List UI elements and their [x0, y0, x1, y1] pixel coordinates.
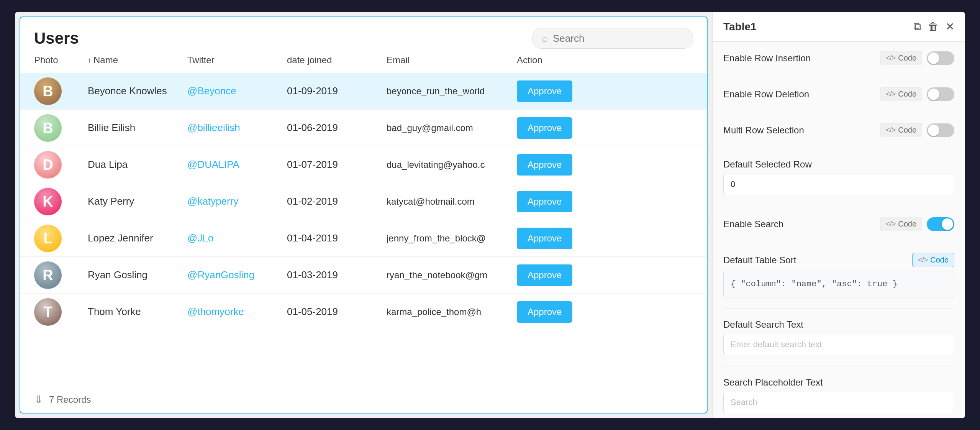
cell-date: 01-02-2019 [287, 195, 387, 207]
close-icon[interactable]: ✕ [946, 20, 954, 33]
trash-icon[interactable]: 🗑 [928, 20, 939, 33]
default-selected-row-label: Default Selected Row [723, 159, 954, 170]
divider-2 [723, 112, 954, 112]
code-label-4: Code [898, 220, 916, 228]
col-header-twitter: Twitter [187, 55, 287, 66]
search-icon: ⌕ [542, 32, 548, 44]
multi-row-selection-code-button[interactable]: </> Code [880, 123, 922, 137]
search-placeholder-text-section: Search Placeholder Text [723, 377, 954, 413]
toggle-knob-2 [928, 89, 939, 100]
default-selected-row-input[interactable] [723, 174, 954, 195]
approve-button[interactable]: Approve [517, 301, 572, 323]
default-search-text-label: Default Search Text [723, 319, 954, 330]
search-input[interactable] [553, 33, 683, 44]
divider-4 [723, 206, 954, 206]
code-label-3: Code [898, 126, 916, 135]
search-placeholder-text-input[interactable] [723, 392, 954, 413]
enable-row-insertion-toggle[interactable] [927, 51, 954, 65]
cell-twitter[interactable]: @JLo [187, 232, 287, 244]
enable-row-deletion-toggle[interactable] [927, 87, 954, 101]
download-icon[interactable]: ⇓ [34, 393, 43, 406]
divider-6 [723, 308, 954, 309]
cell-name: Billie Eilish [88, 122, 187, 134]
code-icon-4: </> [886, 220, 896, 228]
enable-search-row: Enable Search </> Code [723, 217, 954, 231]
table-row[interactable]: RRyan Gosling@RyanGosling01-03-2019ryan_… [20, 257, 707, 294]
cell-twitter[interactable]: @DUALIPA [187, 159, 287, 171]
approve-button[interactable]: Approve [517, 117, 572, 139]
code-icon-5: </> [918, 256, 928, 264]
cell-date: 01-05-2019 [287, 306, 387, 318]
default-table-sort-section: Default Table Sort </> Code { "column": … [723, 253, 954, 297]
search-box[interactable]: ⌕ [532, 28, 693, 49]
cell-twitter[interactable]: @katyperry [187, 195, 287, 207]
approve-button[interactable]: Approve [517, 264, 572, 286]
table-footer: ⇓ 7 Records [20, 386, 707, 413]
table-row[interactable]: BBeyonce Knowles@Beyonce01-09-2019beyonc… [20, 73, 707, 110]
approve-button[interactable]: Approve [517, 228, 572, 249]
records-count: 7 Records [49, 394, 91, 405]
table-row[interactable]: TThom Yorke@thomyorke01-05-2019karma_pol… [20, 294, 707, 330]
avatar: R [34, 261, 62, 289]
cell-twitter[interactable]: @thomyorke [187, 306, 287, 318]
code-icon-3: </> [886, 126, 896, 134]
avatar: L [34, 225, 62, 252]
search-placeholder-text-label: Search Placeholder Text [723, 377, 954, 388]
approve-button[interactable]: Approve [517, 80, 572, 102]
cell-date: 01-09-2019 [287, 85, 387, 97]
code-icon-2: </> [886, 90, 896, 98]
table-header: Users ⌕ [20, 17, 707, 55]
cell-name: Thom Yorke [88, 306, 187, 318]
col-header-email: Email [387, 55, 517, 66]
default-table-sort-row: Default Table Sort </> Code [723, 253, 954, 267]
default-table-sort-label: Default Table Sort [723, 255, 908, 266]
table-panel: Users ⌕ Photo ↑ Name Twitter date joined… [20, 16, 708, 414]
multi-row-selection-toggle[interactable] [927, 123, 954, 137]
column-headers: Photo ↑ Name Twitter date joined Email A… [20, 55, 707, 71]
code-label-5: Code [930, 256, 949, 264]
table-row[interactable]: BBillie Eilish@billieeilish01-06-2019bad… [20, 110, 707, 146]
sort-asc-icon: ↑ [88, 56, 91, 64]
multi-row-selection-label: Multi Row Selection [723, 125, 875, 136]
cell-email: karma_police_thom@h [387, 307, 517, 317]
settings-header: Table1 ⧉ 🗑 ✕ [713, 12, 965, 42]
cell-name: Katy Perry [88, 195, 187, 207]
default-table-sort-code-button[interactable]: </> Code [912, 253, 954, 267]
cell-name: Lopez Jennifer [88, 232, 187, 244]
enable-row-insertion-row: Enable Row Insertion </> Code [723, 51, 954, 65]
enable-row-insertion-label: Enable Row Insertion [723, 53, 875, 64]
avatar: B [34, 77, 62, 105]
divider-7 [723, 366, 954, 366]
enable-row-insertion-code-button[interactable]: </> Code [880, 51, 922, 65]
enable-row-deletion-row: Enable Row Deletion </> Code [723, 87, 954, 101]
enable-search-toggle[interactable] [927, 217, 954, 231]
cell-date: 01-06-2019 [287, 122, 387, 134]
enable-search-code-button[interactable]: </> Code [880, 217, 922, 231]
enable-row-deletion-code-button[interactable]: </> Code [880, 87, 922, 101]
approve-button[interactable]: Approve [517, 191, 572, 212]
table-row[interactable]: LLopez Jennifer@JLo01-04-2019jenny_from_… [20, 220, 707, 257]
default-table-sort-editor[interactable]: { "column": "name", "asc": true } [723, 271, 954, 297]
avatar: D [34, 151, 62, 179]
col-header-photo: Photo [34, 55, 88, 66]
table-row[interactable]: DDua Lipa@DUALIPA01-07-2019dua_levitatin… [20, 146, 707, 183]
cell-email: jenny_from_the_block@ [387, 233, 517, 244]
enable-row-deletion-label: Enable Row Deletion [723, 89, 875, 100]
col-header-date: date joined [287, 55, 387, 66]
default-search-text-input[interactable] [723, 334, 954, 355]
cell-email: ryan_the_notebook@gm [387, 270, 517, 281]
cell-date: 01-03-2019 [287, 269, 387, 281]
cell-twitter[interactable]: @RyanGosling [187, 269, 287, 281]
approve-button[interactable]: Approve [517, 154, 572, 176]
cell-email: bad_guy@gmail.com [387, 123, 517, 133]
multi-row-selection-row: Multi Row Selection </> Code [723, 123, 954, 137]
cell-twitter[interactable]: @billieeilish [187, 122, 287, 134]
copy-icon[interactable]: ⧉ [913, 20, 921, 33]
divider-1 [723, 76, 954, 76]
cell-name: Ryan Gosling [88, 269, 187, 281]
table-row[interactable]: KKaty Perry@katyperry01-02-2019katycat@h… [20, 183, 707, 220]
col-header-name[interactable]: ↑ Name [88, 55, 187, 66]
cell-email: katycat@hotmail.com [387, 196, 517, 207]
cell-name: Dua Lipa [88, 159, 187, 171]
cell-twitter[interactable]: @Beyonce [187, 85, 287, 97]
